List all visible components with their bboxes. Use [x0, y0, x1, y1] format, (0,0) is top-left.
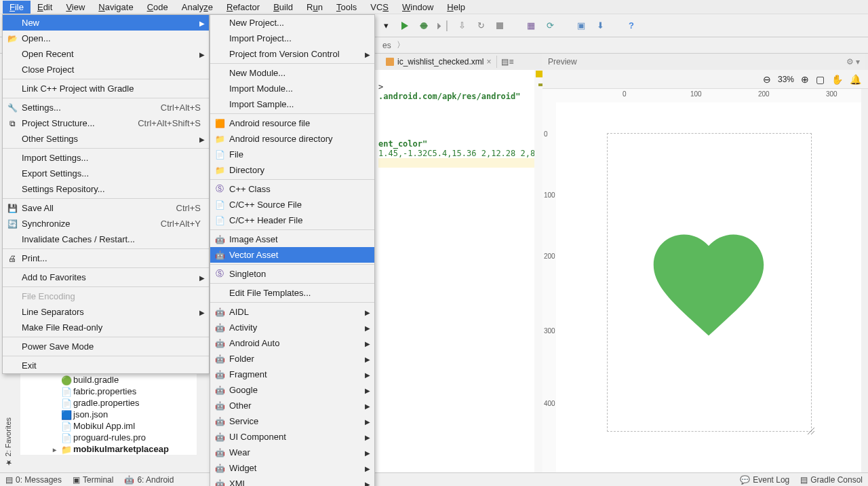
tree-module[interactable]: ▸ 📁mobikulmarketplaceap [20, 443, 197, 455]
menubar-view[interactable]: View [59, 1, 92, 14]
zoom-in-icon[interactable]: ⊕ [801, 74, 809, 85]
dropdown-arrow-icon[interactable]: ▾ [380, 20, 392, 32]
menu-google[interactable]: 🤖Google▶ [210, 382, 374, 398]
menubar-file[interactable]: File [3, 1, 31, 14]
menu-settings[interactable]: 🔧 Settings... Ctrl+Alt+S [3, 100, 209, 115]
pan-icon[interactable]: ✋ [831, 74, 843, 85]
menu-make-readonly[interactable]: Make File Read-only [3, 320, 209, 335]
menu-fragment[interactable]: 🤖Fragment▶ [210, 367, 374, 382]
restart-icon[interactable]: ↻ [475, 20, 487, 32]
menu-settings-repo[interactable]: Settings Repository... [3, 181, 209, 197]
menu-add-favorites[interactable]: Add to Favorites▶ [3, 269, 209, 285]
menu-export-settings[interactable]: Export Settings... [3, 166, 209, 181]
sb-android[interactable]: 🤖6: Android [124, 475, 174, 485]
notifications-icon[interactable]: 🔔 [850, 74, 861, 85]
tree-proguard[interactable]: 📄proguard-rules.pro [20, 432, 197, 443]
menu-file[interactable]: 📄File [210, 147, 374, 162]
menubar-navigate[interactable]: Navigate [92, 1, 140, 14]
menubar-run[interactable]: Run [300, 1, 330, 14]
attach-icon[interactable]: ⇩ [456, 20, 468, 32]
menubar-analyze[interactable]: Analyze [175, 1, 220, 14]
menu-aidl[interactable]: 🤖AIDL▶ [210, 304, 374, 320]
menu-widget[interactable]: 🤖Widget▶ [210, 460, 374, 476]
menu-import-module[interactable]: Import Module... [210, 81, 374, 96]
menubar-refactor[interactable]: Refactor [220, 1, 267, 14]
tab-ic-wishlist[interactable]: ic_wishlist_checked.xml × [380, 56, 497, 68]
debug-icon[interactable] [418, 20, 430, 32]
menu-cpp-class[interactable]: ⓈC++ Class [210, 181, 374, 197]
menu-folder[interactable]: 🤖Folder▶ [210, 351, 374, 367]
tree-iml[interactable]: 📄Mobikul App.iml [20, 420, 197, 432]
menu-import-settings[interactable]: Import Settings... [3, 150, 209, 166]
sdk-icon[interactable]: ⟳ [544, 20, 556, 32]
menu-open[interactable]: 📂 Open... [3, 31, 209, 46]
sb-event-log[interactable]: 💬Event Log [740, 475, 789, 485]
menu-directory[interactable]: 📁Directory [210, 162, 374, 178]
menu-wear[interactable]: 🤖Wear▶ [210, 445, 374, 460]
code-editor[interactable]: > .android.com/apk/res/android" ent_colo… [374, 70, 542, 472]
tools1-icon[interactable]: ▣ [575, 20, 587, 32]
menu-other-settings[interactable]: Other Settings▶ [3, 131, 209, 147]
menu-android-res-file[interactable]: 🟧Android resource file [210, 115, 374, 131]
menu-service[interactable]: 🤖Service▶ [210, 413, 374, 429]
menu-activity[interactable]: 🤖Activity▶ [210, 320, 374, 335]
menu-android-res-dir[interactable]: 📁Android resource directory [210, 131, 374, 147]
menu-exit[interactable]: Exit [3, 358, 209, 373]
menu-other[interactable]: 🤖Other▶ [210, 398, 374, 413]
tree-build-gradle[interactable]: 🟢build.gradle [20, 374, 197, 386]
menu-edit-templates[interactable]: Edit File Templates... [210, 285, 374, 301]
menu-open-recent[interactable]: Open Recent▶ [3, 46, 209, 62]
tab-editor-mode-icon[interactable]: ▤≡ [501, 57, 513, 67]
help-icon[interactable]: ? [625, 20, 637, 32]
menu-ui-component[interactable]: 🤖UI Component▶ [210, 429, 374, 445]
menubar-tools[interactable]: Tools [330, 1, 363, 14]
profiler-icon[interactable]: ⏵│ [437, 20, 449, 32]
menu-import-project[interactable]: Import Project... [210, 31, 374, 46]
menubar-vcs[interactable]: VCS [363, 1, 395, 14]
zoom-fit-icon[interactable]: ▢ [816, 74, 825, 85]
menu-new-module[interactable]: New Module... [210, 65, 374, 81]
menu-c-header[interactable]: 📄C/C++ Header File [210, 212, 374, 228]
menu-new-project[interactable]: New Project... [210, 15, 374, 31]
menu-link-cpp[interactable]: Link C++ Project with Gradle [3, 81, 209, 96]
menubar-build[interactable]: Build [267, 1, 300, 14]
menu-invalidate-caches[interactable]: Invalidate Caches / Restart... [3, 231, 209, 247]
expand-icon[interactable]: ▸ [50, 445, 58, 453]
preview-canvas[interactable] [556, 102, 861, 472]
menu-power-save-mode[interactable]: Power Save Mode [3, 339, 209, 354]
favorites-tool-window[interactable]: ★ 2: Favorites [3, 415, 12, 470]
project-tree[interactable]: 📄.gitignore 🟢build.gradle 📄fabric.proper… [20, 362, 197, 455]
close-tab-icon[interactable]: × [486, 57, 491, 67]
tree-gradle-props[interactable]: 📄gradle.properties [20, 397, 197, 409]
menu-print[interactable]: 🖨 Print... [3, 250, 209, 266]
menu-close-project[interactable]: Close Project [3, 62, 209, 77]
run-icon[interactable] [399, 20, 411, 32]
menu-singleton[interactable]: ⓈSingleton [210, 266, 374, 282]
menu-new[interactable]: New▶ [3, 15, 209, 31]
resize-handle-icon[interactable] [806, 426, 816, 436]
menu-c-source[interactable]: 📄C/C++ Source File [210, 197, 374, 212]
sb-gradle-console[interactable]: ▤Gradle Consol [800, 475, 863, 485]
menu-import-sample[interactable]: Import Sample... [210, 96, 374, 112]
menu-image-asset[interactable]: 🤖Image Asset [210, 231, 374, 247]
menubar-help[interactable]: Help [440, 1, 472, 14]
tree-fabric[interactable]: 📄fabric.properties [20, 386, 197, 397]
tools2-icon[interactable]: ⬇ [594, 20, 606, 32]
zoom-out-icon[interactable]: ⊖ [763, 74, 771, 85]
menu-synchronize[interactable]: 🔄 Synchronize Ctrl+Alt+Y [3, 216, 209, 231]
tree-json[interactable]: 🟦json.json [20, 409, 197, 420]
menu-android-auto[interactable]: 🤖Android Auto▶ [210, 335, 374, 351]
menu-vector-asset[interactable]: 🤖Vector Asset [210, 247, 374, 263]
menubar-edit[interactable]: Edit [31, 1, 59, 14]
menu-save-all[interactable]: 💾 Save All Ctrl+S [3, 200, 209, 216]
avd-icon[interactable]: ▦ [525, 20, 537, 32]
menu-line-separators[interactable]: Line Separators▶ [3, 304, 209, 320]
sb-messages[interactable]: ▤0: Messages [5, 475, 62, 485]
warning-marker-icon[interactable] [536, 71, 542, 77]
sb-terminal[interactable]: ▣Terminal [73, 475, 113, 485]
gear-icon[interactable]: ⚙ ▾ [846, 57, 860, 67]
menu-project-structure[interactable]: ⧉ Project Structure... Ctrl+Alt+Shift+S [3, 115, 209, 131]
breadcrumb-item[interactable]: es [380, 41, 394, 50]
menu-xml[interactable]: 🤖XML▶ [210, 476, 374, 486]
menubar-code[interactable]: Code [140, 1, 175, 14]
